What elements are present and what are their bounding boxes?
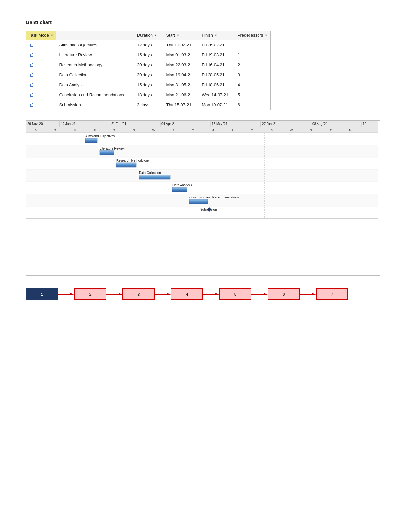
task-start-cell: Mon 19-04-21 xyxy=(163,70,199,80)
task-mode-cell: 🖨 xyxy=(26,90,56,100)
task-finish-cell: Fri 26-02-21 xyxy=(199,40,235,50)
swim-arrow xyxy=(300,291,316,297)
task-finish-cell: Mon 19-07-21 xyxy=(199,100,235,110)
th-duration[interactable]: Duration ▼ xyxy=(134,31,163,40)
th-start[interactable]: Start ▼ xyxy=(163,31,199,40)
svg-text:M: M xyxy=(349,129,352,132)
th-predecessors[interactable]: Predecessors ▼ xyxy=(235,31,270,40)
th-task-name xyxy=(56,31,134,40)
svg-marker-69 xyxy=(167,293,171,295)
svg-text:S: S xyxy=(172,129,174,132)
svg-text:S: S xyxy=(35,129,37,132)
swimlane-box: 1 xyxy=(26,288,58,300)
task-start-cell: Thu 11-02-21 xyxy=(163,40,199,50)
task-predecessors-cell: 3 xyxy=(235,70,270,80)
svg-text:M: M xyxy=(211,129,214,132)
svg-rect-20 xyxy=(26,169,378,182)
svg-text:Data Collection: Data Collection xyxy=(139,171,161,175)
swimlane-box: 2 xyxy=(74,288,106,300)
table-row: 🖨 Aims and Objectives 12 days Thu 11-02-… xyxy=(26,40,271,50)
svg-text:F: F xyxy=(231,129,233,132)
task-duration-cell: 15 days xyxy=(134,80,163,90)
svg-text:Literature Review: Literature Review xyxy=(100,147,125,150)
task-predecessors-cell: 6 xyxy=(235,100,270,110)
svg-text:W: W xyxy=(290,129,293,132)
sort-icon: ▼ xyxy=(50,34,54,37)
svg-marker-65 xyxy=(70,293,74,295)
task-start-cell: Thu 15-07-21 xyxy=(163,100,199,110)
swim-arrow xyxy=(251,291,268,297)
task-name-cell: Submission xyxy=(56,100,134,110)
th-task-mode[interactable]: Task Mode ▼ xyxy=(26,31,56,40)
svg-text:T: T xyxy=(330,129,332,132)
svg-text:16 May '21: 16 May '21 xyxy=(212,122,228,126)
svg-text:19: 19 xyxy=(363,122,367,126)
swim-arrow xyxy=(203,291,219,297)
task-mode-icon: 🖨 xyxy=(29,62,34,68)
task-mode-cell: 🖨 xyxy=(26,100,56,110)
task-name-cell: Data Analysis xyxy=(56,80,134,90)
svg-text:W: W xyxy=(152,129,155,132)
swim-arrow xyxy=(155,291,171,297)
task-duration-cell: 18 days xyxy=(134,90,163,100)
svg-rect-21 xyxy=(26,182,378,194)
th-finish[interactable]: Finish ▼ xyxy=(199,31,235,40)
swimlane-diagram: 1234567 xyxy=(26,288,385,300)
svg-text:M: M xyxy=(74,129,76,132)
svg-text:10 Jan '21: 10 Jan '21 xyxy=(61,122,76,126)
task-start-cell: Mon 01-03-21 xyxy=(163,50,199,60)
svg-rect-16 xyxy=(26,127,378,133)
task-mode-icon: 🖨 xyxy=(29,82,34,88)
svg-rect-19 xyxy=(26,157,378,169)
task-finish-cell: Wed 14-07-21 xyxy=(199,90,235,100)
svg-rect-36 xyxy=(189,199,208,204)
task-start-cell: Mon 31-05-21 xyxy=(163,80,199,90)
svg-text:Aims and Objectives: Aims and Objectives xyxy=(85,134,115,138)
svg-text:T: T xyxy=(192,129,194,132)
task-mode-cell: 🖨 xyxy=(26,40,56,50)
task-mode-cell: 🖨 xyxy=(26,50,56,60)
svg-rect-17 xyxy=(26,133,378,145)
task-mode-icon: 🖨 xyxy=(29,102,34,108)
table-row: 🖨 Data Collection 30 days Mon 19-04-21 F… xyxy=(26,70,271,80)
task-mode-cell: 🖨 xyxy=(26,70,56,80)
task-finish-cell: Fri 19-03-21 xyxy=(199,50,235,60)
svg-rect-34 xyxy=(172,187,187,192)
svg-text:04 Apr '21: 04 Apr '21 xyxy=(161,122,176,126)
task-predecessors-cell: 1 xyxy=(235,50,270,60)
task-mode-icon: 🖨 xyxy=(29,52,34,58)
svg-text:S: S xyxy=(271,129,273,132)
gantt-chart: 29 Nov '20 10 Jan '21 21 Feb '21 04 Apr … xyxy=(26,120,380,276)
svg-rect-30 xyxy=(116,163,136,167)
swimlane-box: 5 xyxy=(219,288,251,300)
sort-duration-icon: ▼ xyxy=(154,34,157,37)
svg-text:21 Feb '21: 21 Feb '21 xyxy=(111,122,126,126)
swim-arrow xyxy=(58,291,74,297)
svg-rect-18 xyxy=(26,145,378,157)
task-name-cell: Data Collection xyxy=(56,70,134,80)
page-title: Gantt chart xyxy=(26,19,385,25)
swimlane-box: 4 xyxy=(171,288,203,300)
table-row: 🖨 Research Methodology 20 days Mon 22-03… xyxy=(26,60,271,70)
table-row: 🖨 Submission 3 days Thu 15-07-21 Mon 19-… xyxy=(26,100,271,110)
task-mode-cell: 🖨 xyxy=(26,60,56,70)
task-finish-cell: Fri 16-04-21 xyxy=(199,60,235,70)
svg-text:Data Analysis: Data Analysis xyxy=(172,183,192,187)
task-duration-cell: 30 days xyxy=(134,70,163,80)
task-predecessors-cell xyxy=(235,40,270,50)
task-finish-cell: Fri 18-06-21 xyxy=(199,80,235,90)
task-predecessors-cell: 4 xyxy=(235,80,270,90)
task-start-cell: Mon 22-03-21 xyxy=(163,60,199,70)
sort-pred-icon: ▼ xyxy=(264,34,268,37)
svg-text:T: T xyxy=(54,129,56,132)
svg-marker-71 xyxy=(215,293,219,295)
svg-text:S: S xyxy=(310,129,312,132)
task-mode-icon: 🖨 xyxy=(29,92,34,98)
svg-marker-67 xyxy=(119,293,122,295)
table-row: 🖨 Conclusion and Recommendations 18 days… xyxy=(26,90,271,100)
svg-text:29 Nov '20: 29 Nov '20 xyxy=(27,122,43,126)
task-start-cell: Mon 21-06-21 xyxy=(163,90,199,100)
svg-text:Conclusion and Recommendations: Conclusion and Recommendations xyxy=(189,196,239,199)
swimlane-box: 7 xyxy=(316,288,348,300)
task-mode-icon: 🖨 xyxy=(29,72,34,78)
